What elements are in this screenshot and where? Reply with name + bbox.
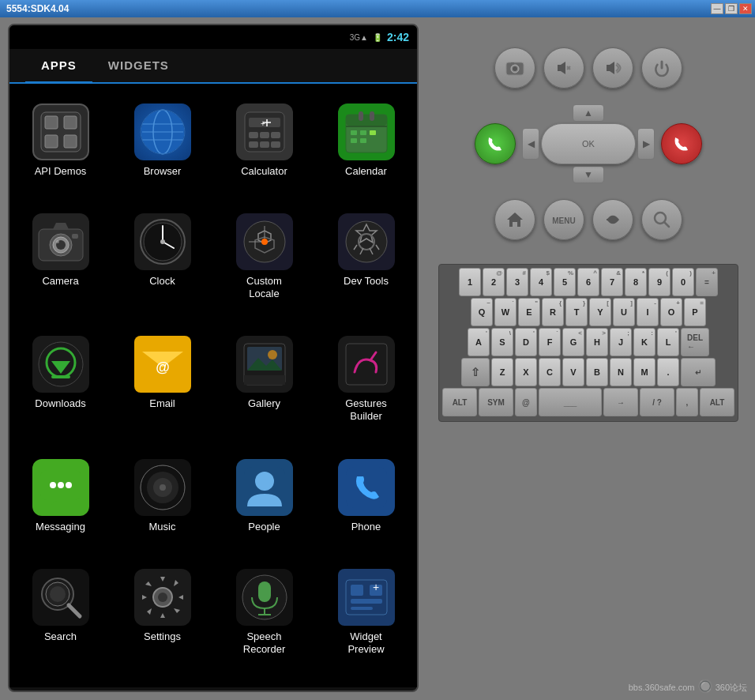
key-alt-left[interactable]: ALT — [442, 388, 477, 416]
app-item-gallery[interactable]: Gallery — [213, 324, 315, 446]
svg-rect-13 — [249, 132, 258, 138]
key-6[interactable]: 6^ — [577, 268, 599, 296]
back-button[interactable] — [592, 199, 633, 240]
key-o[interactable]: O+ — [660, 298, 682, 326]
key-alt-right[interactable]: ALT — [700, 388, 734, 416]
svg-text:+: + — [261, 119, 265, 128]
virtual-keyboard: 1 2@ 3# 4$ 5% 6^ 7& 8* 9( 0) += Q~ W` E"… — [438, 264, 738, 422]
key-j[interactable]: J; — [610, 328, 632, 356]
key-p[interactable]: P= — [684, 298, 706, 326]
volume-up-button[interactable] — [592, 47, 633, 88]
key-del[interactable]: DEL← — [681, 328, 709, 356]
dpad-up[interactable]: ▲ — [573, 104, 604, 122]
key-0[interactable]: 0) — [672, 268, 694, 296]
key-5[interactable]: 5% — [554, 268, 576, 296]
key-u[interactable]: U] — [613, 298, 635, 326]
volume-down-button[interactable] — [543, 47, 584, 88]
key-enter[interactable]: ↵ — [681, 358, 716, 386]
key-sym[interactable]: SYM — [479, 388, 513, 416]
app-item-api-demos[interactable]: API Demos — [9, 92, 111, 201]
tab-widgets[interactable]: WIDGETS — [92, 49, 185, 82]
clock-display: 2:42 — [387, 31, 409, 43]
app-item-people[interactable]: People — [213, 447, 315, 557]
minimize-button[interactable]: — — [711, 3, 723, 14]
app-item-phone[interactable]: Phone — [315, 447, 417, 557]
dpad-horizontal: ◀ OK ▶ — [522, 123, 655, 164]
dpad-right[interactable]: ▶ — [637, 128, 655, 160]
key-m[interactable]: M — [633, 358, 655, 386]
svg-rect-62 — [346, 344, 387, 385]
key-z[interactable]: Z — [491, 358, 513, 386]
key-l[interactable]: L' — [657, 328, 679, 356]
tab-apps[interactable]: APPS — [25, 49, 92, 84]
app-item-email[interactable]: @ Email — [111, 324, 213, 446]
key-9[interactable]: 9( — [648, 268, 670, 296]
app-label-browser: Browser — [144, 165, 182, 178]
key-2[interactable]: 2@ — [483, 268, 505, 296]
key-x[interactable]: X — [515, 358, 537, 386]
key-d[interactable]: D' — [515, 328, 537, 356]
close-button[interactable]: ✕ — [739, 3, 752, 14]
svg-text:MENU: MENU — [552, 216, 575, 225]
svg-point-74 — [255, 472, 274, 491]
key-e[interactable]: E" — [518, 298, 540, 326]
key-space[interactable]: ___ — [539, 388, 602, 416]
key-4[interactable]: 4$ — [530, 268, 552, 296]
key-k[interactable]: K: — [633, 328, 655, 356]
key-y[interactable]: Y[ — [589, 298, 611, 326]
key-w[interactable]: W` — [494, 298, 516, 326]
dpad-center[interactable]: OK — [541, 123, 636, 164]
key-equals[interactable]: += — [696, 268, 718, 296]
key-1[interactable]: 1 — [459, 268, 481, 296]
app-item-speech-recorder[interactable]: Speech Recorder — [213, 557, 315, 679]
app-item-music[interactable]: Music — [111, 447, 213, 557]
app-item-custom-locale[interactable]: Custom Locale — [213, 201, 315, 324]
app-item-dev-tools[interactable]: Dev Tools — [315, 201, 417, 324]
key-8[interactable]: 8* — [625, 268, 647, 296]
app-item-widget-preview[interactable]: + Widget Preview — [315, 557, 417, 679]
key-g[interactable]: G< — [562, 328, 584, 356]
home-button[interactable] — [494, 199, 535, 240]
key-7[interactable]: 7& — [601, 268, 623, 296]
app-item-settings[interactable]: Settings — [111, 557, 213, 679]
key-arrow-right[interactable]: → — [603, 388, 638, 416]
key-f[interactable]: F` — [539, 328, 561, 356]
app-item-downloads[interactable]: Downloads — [9, 324, 111, 446]
key-r[interactable]: R{ — [542, 298, 564, 326]
app-item-clock[interactable]: Clock — [111, 201, 213, 324]
key-3[interactable]: 3# — [506, 268, 528, 296]
key-s[interactable]: S\ — [491, 328, 513, 356]
app-item-search[interactable]: Search — [9, 557, 111, 679]
key-h[interactable]: H> — [586, 328, 608, 356]
app-item-camera[interactable]: Camera — [9, 201, 111, 324]
key-v[interactable]: V — [562, 358, 584, 386]
menu-button[interactable]: MENU — [543, 199, 584, 240]
svg-rect-1 — [45, 116, 58, 129]
app-item-gestures-builder[interactable]: Gestures Builder — [315, 324, 417, 446]
app-item-browser[interactable]: Browser — [111, 92, 213, 201]
key-slash-question[interactable]: / ? — [640, 388, 674, 416]
key-at[interactable]: @ — [515, 388, 537, 416]
dpad-left[interactable]: ◀ — [522, 128, 539, 160]
key-b[interactable]: B — [586, 358, 608, 386]
app-label-phone: Phone — [351, 521, 381, 533]
power-button[interactable] — [641, 47, 682, 88]
key-a[interactable]: A' — [468, 328, 490, 356]
key-period[interactable]: . — [657, 358, 679, 386]
key-t[interactable]: T} — [565, 298, 588, 326]
key-comma[interactable]: , — [676, 388, 698, 416]
search-ctrl-button[interactable] — [641, 199, 682, 240]
camera-button[interactable] — [494, 47, 535, 88]
app-item-messaging[interactable]: Messaging — [9, 447, 111, 557]
dpad-down[interactable]: ▼ — [573, 166, 604, 183]
key-q[interactable]: Q~ — [471, 298, 493, 326]
end-button[interactable] — [661, 123, 702, 164]
restore-button[interactable]: ❐ — [725, 3, 738, 14]
key-shift[interactable]: ⇧ — [461, 358, 490, 386]
key-i[interactable]: I- — [637, 298, 659, 326]
key-n[interactable]: N — [610, 358, 632, 386]
key-c[interactable]: C — [539, 358, 561, 386]
app-item-calculator[interactable]: + Calculator — [213, 92, 315, 201]
app-item-calendar[interactable]: Calendar — [315, 92, 417, 201]
call-button[interactable] — [475, 123, 516, 164]
